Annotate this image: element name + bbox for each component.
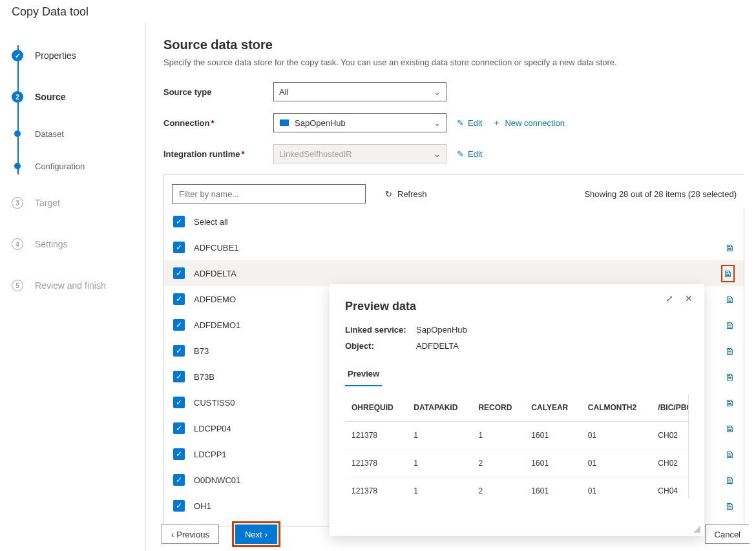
table-cell: 121378 bbox=[345, 450, 407, 477]
integration-runtime-value: LinkedSelfhostedIR bbox=[279, 149, 352, 159]
column-header: RECORD bbox=[472, 394, 525, 422]
edit-connection-link[interactable]: ✎ Edit bbox=[457, 118, 482, 128]
step-indicator: 5 bbox=[12, 280, 23, 291]
checkbox[interactable]: ✓ bbox=[173, 345, 185, 357]
step-label: Settings bbox=[35, 239, 68, 249]
connection-row: Connection* SapOpenHub ⌄ ✎ Edit ＋ New co… bbox=[163, 112, 744, 133]
table-cell: CH02 bbox=[651, 450, 689, 477]
table-row: 12137812160101CH04AN bbox=[345, 477, 689, 498]
select-all-label: Select all bbox=[194, 217, 735, 227]
new-connection-link[interactable]: ＋ New connection bbox=[492, 117, 565, 129]
preview-icon[interactable]: 🗎 bbox=[725, 346, 735, 357]
preview-icon[interactable]: 🗎 bbox=[725, 397, 735, 408]
app-header: Copy Data tool bbox=[0, 0, 756, 23]
object-label: Object: bbox=[345, 341, 416, 351]
filter-input[interactable] bbox=[172, 184, 366, 203]
preview-icon[interactable]: 🗎 bbox=[725, 320, 735, 331]
preview-icon[interactable]: 🗎 bbox=[725, 371, 735, 382]
chevron-down-icon: ⌄ bbox=[434, 87, 441, 97]
wizard-sidebar: Properties2SourceDatasetConfiguration3Ta… bbox=[0, 23, 145, 551]
preview-icon[interactable]: 🗎 bbox=[721, 265, 735, 282]
linked-service-label: Linked service: bbox=[345, 325, 416, 335]
preview-icon[interactable]: 🗎 bbox=[725, 501, 735, 512]
table-cell: 1 bbox=[407, 477, 472, 498]
checkbox[interactable]: ✓ bbox=[173, 422, 185, 434]
checkbox[interactable]: ✓ bbox=[173, 242, 185, 253]
checkbox[interactable]: ✓ bbox=[173, 474, 185, 486]
table-cell: 1 bbox=[472, 422, 525, 450]
checkbox[interactable]: ✓ bbox=[173, 397, 185, 408]
item-count-text: Showing 28 out of 28 items (28 selected) bbox=[584, 189, 737, 199]
checkbox[interactable]: ✓ bbox=[173, 267, 185, 279]
refresh-button[interactable]: ↻ Refresh bbox=[385, 189, 427, 199]
edit-runtime-link[interactable]: ✎ Edit bbox=[457, 149, 482, 159]
plus-icon: ＋ bbox=[492, 117, 501, 129]
column-header: OHREQUID bbox=[345, 394, 407, 422]
preview-icon[interactable]: 🗎 bbox=[725, 449, 735, 460]
step-review-and-finish[interactable]: 5Review and finish bbox=[12, 265, 145, 306]
preview-title: Preview data bbox=[345, 300, 689, 313]
step-dataset[interactable]: Dataset bbox=[12, 118, 145, 150]
cancel-button[interactable]: Cancel bbox=[705, 525, 750, 544]
refresh-icon: ↻ bbox=[385, 189, 392, 199]
table-cell: 01 bbox=[582, 422, 651, 450]
pencil-icon: ✎ bbox=[457, 118, 464, 128]
chevron-down-icon: ⌄ bbox=[434, 118, 441, 128]
table-row: 12137811160101CH02AN bbox=[345, 422, 689, 450]
column-header: DATAPAKID bbox=[407, 394, 472, 422]
integration-runtime-select[interactable]: LinkedSelfhostedIR ⌄ bbox=[273, 144, 446, 163]
dataset-row[interactable]: ✓ADFDELTA🗎 bbox=[164, 260, 744, 286]
preview-icon[interactable]: 🗎 bbox=[725, 423, 735, 434]
close-icon[interactable]: ✕ bbox=[685, 293, 693, 304]
next-button[interactable]: Next › bbox=[235, 525, 277, 544]
preview-icon[interactable]: 🗎 bbox=[725, 294, 735, 305]
step-label: Configuration bbox=[35, 161, 85, 171]
column-header: CALYEAR bbox=[525, 394, 581, 422]
step-label: Target bbox=[35, 198, 60, 208]
step-label: Properties bbox=[35, 50, 76, 61]
checkbox[interactable]: ✓ bbox=[173, 319, 185, 331]
connection-select[interactable]: SapOpenHub ⌄ bbox=[273, 113, 446, 132]
step-label: Source bbox=[35, 92, 65, 102]
preview-tab[interactable]: Preview bbox=[345, 362, 382, 386]
step-settings[interactable]: 4Settings bbox=[12, 224, 145, 265]
step-target[interactable]: 3Target bbox=[12, 182, 145, 224]
linked-service-value: SapOpenHub bbox=[416, 325, 467, 335]
table-cell: 1 bbox=[407, 422, 472, 450]
step-indicator bbox=[14, 163, 21, 169]
chevron-down-icon: ⌄ bbox=[434, 149, 441, 159]
checkbox[interactable]: ✓ bbox=[173, 448, 185, 460]
table-cell: 1601 bbox=[525, 477, 581, 498]
step-properties[interactable]: Properties bbox=[12, 35, 145, 76]
select-all-row[interactable]: ✓Select all bbox=[164, 209, 744, 234]
dataset-row[interactable]: ✓ADFCUBE1🗎 bbox=[164, 234, 744, 260]
connection-label: Connection* bbox=[163, 118, 273, 128]
column-header: CALMONTH2 bbox=[582, 394, 651, 422]
page-title: Source data store bbox=[163, 37, 744, 52]
step-indicator: 2 bbox=[12, 91, 23, 103]
step-indicator bbox=[12, 50, 23, 61]
checkbox[interactable]: ✓ bbox=[173, 500, 185, 512]
step-source[interactable]: 2Source bbox=[12, 76, 145, 118]
connection-type-icon bbox=[279, 119, 289, 127]
table-cell: 1601 bbox=[525, 422, 581, 450]
checkbox[interactable]: ✓ bbox=[173, 293, 185, 305]
table-cell: 01 bbox=[582, 450, 651, 477]
table-cell: CH02 bbox=[651, 422, 689, 450]
resize-handle[interactable]: ◢ bbox=[693, 523, 700, 534]
table-cell: 01 bbox=[582, 477, 651, 498]
table-row: 12137812160101CH02AN bbox=[345, 450, 689, 477]
table-cell: 1 bbox=[407, 450, 472, 477]
checkbox[interactable]: ✓ bbox=[173, 216, 185, 227]
pencil-icon: ✎ bbox=[457, 149, 464, 159]
checkbox[interactable]: ✓ bbox=[173, 371, 185, 382]
source-type-select[interactable]: All ⌄ bbox=[273, 82, 446, 101]
source-type-value: All bbox=[279, 87, 288, 97]
previous-button[interactable]: ‹ Previous bbox=[162, 525, 219, 544]
step-configuration[interactable]: Configuration bbox=[12, 150, 145, 182]
chevron-right-icon: › bbox=[265, 530, 268, 539]
table-cell: CH04 bbox=[651, 477, 689, 498]
preview-icon[interactable]: 🗎 bbox=[725, 475, 735, 486]
expand-icon[interactable]: ⤢ bbox=[666, 293, 673, 304]
preview-icon[interactable]: 🗎 bbox=[725, 242, 735, 253]
